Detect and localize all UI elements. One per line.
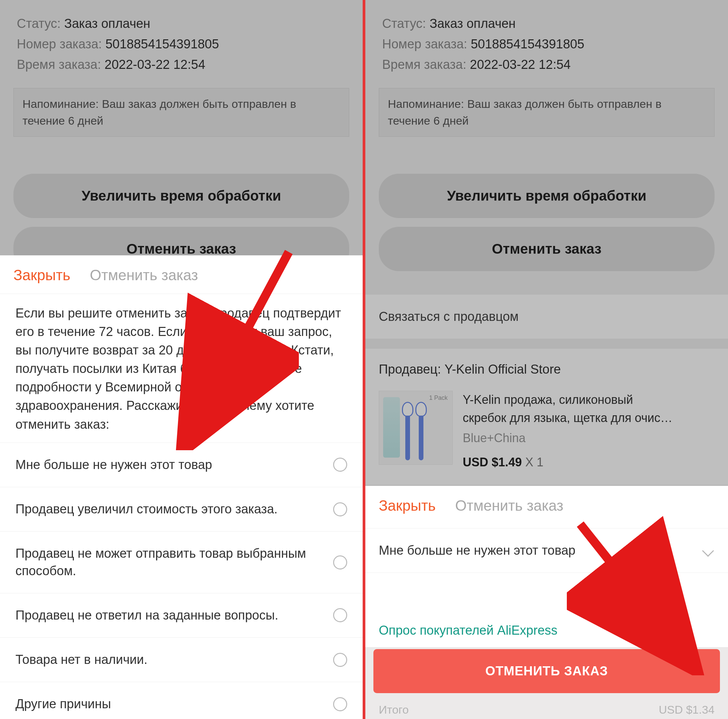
order-number-value: 5018854154391805 [471,37,584,51]
reason-option-3[interactable]: Продавец не может отправить товар выбран… [0,532,362,593]
hidden-total-strip-2: Итого USD $1.34 [366,702,728,719]
cancel-order-button[interactable]: Отменить заказ [379,227,714,271]
order-time-label: Время заказа: [382,57,466,72]
extend-processing-button[interactable]: Увеличить время обработки [379,174,714,218]
radio-icon [333,608,347,622]
product-price: USD $1.49 X 1 [463,453,714,471]
extend-processing-button[interactable]: Увеличить время обработки [14,174,349,218]
reason-label: Товара нет в наличии. [15,651,323,668]
action-buttons: Увеличить время обработки Отменить заказ [366,147,728,287]
status-value: Заказ оплачен [430,17,515,31]
sheet-close-button[interactable]: Закрыть [14,267,70,284]
reason-option-2[interactable]: Продавец увеличил стоимость этого заказа… [0,487,362,532]
contact-seller-row[interactable]: Связаться с продавцом [366,295,728,339]
seller-row[interactable]: Продавец: Y-Kelin Official Store [366,349,728,385]
product-info: Y-Kelin продажа, силиконовый скребок для… [463,391,714,471]
order-info-block: Статус: Заказ оплачен Номер заказа: 5018… [0,0,362,85]
reminder-banner: Напоминание: Ваш заказ должен быть отпра… [379,88,714,137]
left-screenshot: Статус: Заказ оплачен Номер заказа: 5018… [0,0,362,719]
seller-name: Y-Kelin Official Store [445,362,561,376]
order-time-value: 2022-03-22 12:54 [104,57,205,72]
seller-label: Продавец: [379,362,441,376]
product-quantity: X 1 [525,455,543,469]
confirm-cancel-button[interactable]: ОТМЕНИТЬ ЗАКАЗ [373,649,720,693]
reason-label: Продавец не может отправить товар выбран… [15,545,323,579]
reason-option-5[interactable]: Товара нет в наличии. [0,638,362,682]
reason-option-4[interactable]: Продавец не ответил на заданные вопросы. [0,593,362,638]
order-number-label: Номер заказа: [17,37,102,51]
reason-label: Мне больше не нужен этот товар [15,456,323,474]
reason-option-6[interactable]: Другие причины [0,682,362,719]
sheet-header: Закрыть Отменить заказ [366,486,728,524]
screenshot-divider [362,0,366,719]
product-row[interactable]: 1 Pack Y-Kelin продажа, силиконовый скре… [366,385,728,485]
cancel-reason-sheet: Закрыть Отменить заказ Если вы решите от… [0,255,362,719]
sheet-header: Закрыть Отменить заказ [0,255,362,294]
status-value: Заказ оплачен [64,17,150,31]
product-title-line2: скребок для языка, щетка для очис… [463,409,714,427]
order-number-label: Номер заказа: [382,37,467,51]
pack-label: 1 Pack [429,394,448,402]
reminder-banner: Напоминание: Ваш заказ должен быть отпра… [14,88,349,137]
cancel-confirm-sheet: Закрыть Отменить заказ Мне больше не нуж… [366,486,728,719]
reason-label: Продавец не ответил на заданные вопросы. [15,607,323,624]
selected-reason-text: Мне больше не нужен этот товар [379,543,575,558]
reason-option-1[interactable]: Мне больше не нужен этот товар [0,443,362,487]
right-screenshot: Статус: Заказ оплачен Номер заказа: 5018… [366,0,728,719]
reason-label: Другие причины [15,696,323,713]
order-time-value: 2022-03-22 12:54 [470,57,570,72]
radio-icon [333,458,347,472]
chevron-down-icon [702,545,714,557]
sheet-description: Если вы решите отменить заказ, продавец … [0,294,362,443]
product-title-line1: Y-Kelin продажа, силиконовый [463,391,714,409]
survey-link[interactable]: Опрос покупателей AliExpress [366,605,728,649]
radio-icon [333,502,347,517]
sheet-close-button[interactable]: Закрыть [379,497,436,514]
status-label: Статус: [382,17,426,31]
sheet-title: Отменить заказ [90,267,198,284]
sheet-title: Отменить заказ [455,497,563,514]
order-time-label: Время заказа: [17,57,101,72]
reason-label: Продавец увеличил стоимость этого заказа… [15,501,323,518]
order-number-value: 5018854154391805 [106,37,219,51]
order-info-block: Статус: Заказ оплачен Номер заказа: 5018… [366,0,728,85]
product-thumbnail: 1 Pack [379,391,453,465]
radio-icon [333,697,347,711]
radio-icon [333,555,347,569]
status-label: Статус: [17,17,61,31]
radio-icon [333,653,347,667]
selected-reason-dropdown[interactable]: Мне больше не нужен этот товар [366,528,728,573]
product-variant: Blue+China [463,429,714,447]
